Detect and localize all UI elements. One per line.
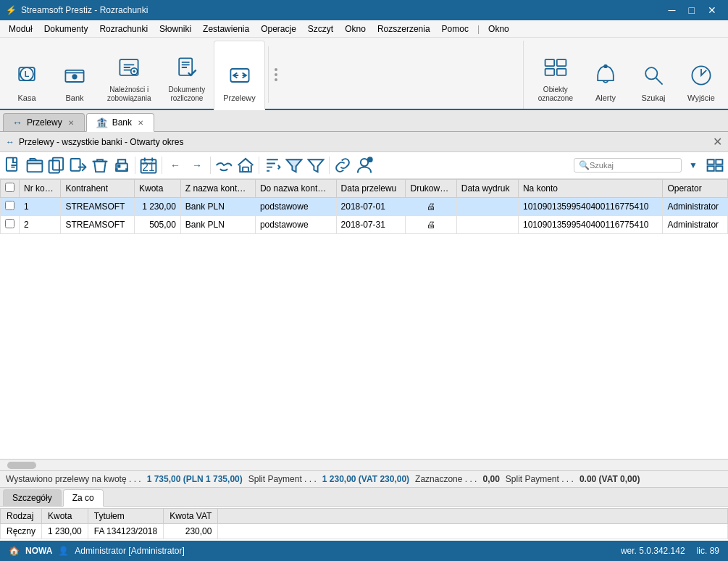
ribbon: L Kasa Bank Należności izobowiązania <box>0 38 728 110</box>
menu-rozszerzenia[interactable]: Rozszerzenia <box>372 22 436 36</box>
home-button[interactable] <box>235 155 256 175</box>
tab-bank-close[interactable]: ✕ <box>136 119 145 127</box>
close-button[interactable]: ✕ <box>702 3 722 17</box>
title-bar-controls: ─ □ ✕ <box>663 3 722 17</box>
row-data-wydruk <box>456 198 518 216</box>
minimize-button[interactable]: ─ <box>663 3 682 17</box>
menu-zestawienia[interactable]: Zestawienia <box>197 22 255 36</box>
bank-label: Bank <box>65 94 83 103</box>
open-doc-button[interactable] <box>25 155 45 175</box>
bottom-content: Rodzaj Kwota Tytułem Kwota VAT Ręczny 1 … <box>0 507 728 541</box>
svg-text:21: 21 <box>142 161 154 173</box>
svg-rect-30 <box>708 166 714 171</box>
row-data-przelewu: 2018-07-31 <box>336 216 406 234</box>
table-row[interactable]: 2 STREAMSOFT 505,00 Bank PLN podstawowe … <box>1 216 728 234</box>
tab-bank[interactable]: 🏦 Bank ✕ <box>86 113 154 132</box>
table-row[interactable]: 1 STREAMSOFT 1 230,00 Bank PLN podstawow… <box>1 198 728 216</box>
col-z-nazwa: Z nazwa kont… <box>180 180 255 198</box>
ribbon-bank[interactable]: Bank <box>51 41 99 109</box>
tab-przelewy[interactable]: ↔ Przelewy ✕ <box>3 113 85 131</box>
menu-modul[interactable]: Moduł <box>3 22 38 36</box>
bottom-tab-szczegoly[interactable]: Szczegóły <box>3 489 62 506</box>
copy-doc-button[interactable] <box>46 155 67 175</box>
ribbon-alerty[interactable]: Alerty <box>582 41 629 109</box>
select-all-checkbox[interactable] <box>5 183 14 192</box>
search-box: 🔍 <box>574 158 682 173</box>
ribbon-naleznosci[interactable]: Należności izobowiązania <box>99 41 160 109</box>
toolbar: 21 ← → <box>0 152 728 179</box>
table-header-row: Nr ko… Kontrahent Kwota Z nazwa kont… Do… <box>1 180 728 198</box>
ribbon-szukaj[interactable]: Szukaj <box>629 41 677 109</box>
ribbon-kasa[interactable]: L Kasa <box>3 41 51 109</box>
ribbon-obiekty[interactable]: Obiektyoznaczone <box>530 41 582 109</box>
svg-point-27 <box>367 157 373 162</box>
bottom-row-spacer <box>218 524 728 539</box>
svg-rect-12 <box>557 69 566 75</box>
svg-rect-18 <box>49 161 59 173</box>
bottom-col-kwota-vat: Kwota VAT <box>164 509 218 524</box>
calendar-button[interactable]: 21 <box>138 155 159 175</box>
app-icon: ⚡ <box>6 5 17 15</box>
search-input[interactable] <box>590 161 677 170</box>
menu-okno[interactable]: Okno <box>339 22 372 36</box>
row-na-konto: 10109013599540400116775410 <box>518 216 662 234</box>
scrollbar-thumb[interactable] <box>7 462 36 469</box>
wyjscie-label: Wyjście <box>687 94 715 103</box>
col-na-konto: Na konto <box>518 180 662 198</box>
footer: 🏠 NOWA 👤 Administrator [Administrator] w… <box>0 541 728 561</box>
menu-operacje[interactable]: Operacje <box>255 22 302 36</box>
row-data-wydruk <box>456 216 518 234</box>
menu-okno2[interactable]: Okno <box>482 22 515 36</box>
window-close-button[interactable]: ✕ <box>713 135 722 149</box>
nav-back-button[interactable]: ← <box>165 155 185 175</box>
user-pin-button[interactable] <box>354 155 375 175</box>
search-options-button[interactable]: ▼ <box>683 155 703 175</box>
col-do-nazwa: Do nazwa kont… <box>255 180 336 198</box>
nav-forward-button[interactable]: → <box>187 155 207 175</box>
bottom-table: Rodzaj Kwota Tytułem Kwota VAT Ręczny 1 … <box>0 508 728 539</box>
row-do-nazwa: podstawowe <box>255 216 336 234</box>
footer-mode: NOWA <box>25 546 52 556</box>
app-title: Streamsoft Prestiz - Rozrachunki <box>21 5 148 15</box>
link-button[interactable] <box>332 155 353 175</box>
bottom-tab-zaco[interactable]: Za co <box>63 489 104 507</box>
svg-rect-25 <box>243 167 248 173</box>
delete-doc-button[interactable] <box>90 155 110 175</box>
svg-rect-16 <box>7 158 17 171</box>
bottom-panel: Szczegóły Za co Rodzaj Kwota Tytułem Kwo… <box>0 487 728 541</box>
sort-button[interactable] <box>262 155 283 175</box>
maximize-button[interactable]: □ <box>683 3 700 17</box>
row-do-nazwa: podstawowe <box>255 198 336 216</box>
new-doc-button[interactable] <box>3 155 23 175</box>
row-operator: Administrator <box>663 198 728 216</box>
toolbar-sep-1 <box>135 157 135 174</box>
toolbar-sep-2 <box>162 157 162 174</box>
filter-active-button[interactable] <box>284 155 304 175</box>
handshake-button[interactable] <box>214 155 234 175</box>
ribbon-dokumenty[interactable]: Dokumentyrozliczone <box>160 41 214 109</box>
ribbon-wyjscie[interactable]: Wyjście <box>677 41 725 109</box>
new-from-doc-button[interactable] <box>68 155 88 175</box>
tab-przelewy-icon: ↔ <box>12 117 22 128</box>
horizontal-scrollbar[interactable] <box>0 459 728 470</box>
ribbon-przelewy[interactable]: Przelewy <box>214 41 265 110</box>
row-checkbox[interactable] <box>5 201 14 210</box>
wystawiono-label: Wystawiono przelewy na kwotę . . . <box>6 474 141 484</box>
menu-szczyt[interactable]: Szczyt <box>302 22 339 36</box>
menu-dokumenty[interactable]: Dokumenty <box>38 22 94 36</box>
ribbon-divider <box>268 46 269 103</box>
row-checkbox[interactable] <box>5 219 14 228</box>
bottom-col-tytulem: Tytułem <box>88 509 163 524</box>
filter-button[interactable] <box>306 155 326 175</box>
tab-przelewy-close[interactable]: ✕ <box>67 119 75 127</box>
menu-slowniki[interactable]: Słowniki <box>154 22 197 36</box>
menu-rozrachunki[interactable]: Rozrachunki <box>93 22 154 36</box>
print-doc-button[interactable] <box>112 155 132 175</box>
footer-version: wer. 5.0.342.142 <box>621 546 685 556</box>
toolbar-sep-4 <box>259 157 259 174</box>
svg-rect-31 <box>716 166 722 171</box>
menu-pomoc[interactable]: Pomoc <box>436 22 474 36</box>
view-toggle-button[interactable] <box>705 155 725 175</box>
alerty-icon <box>590 60 621 91</box>
window-icon: ↔ <box>6 137 14 147</box>
